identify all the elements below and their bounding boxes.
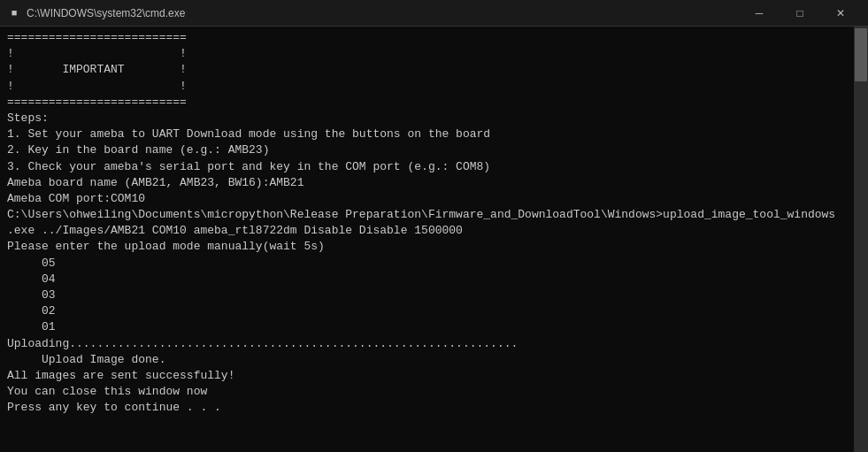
cmd-icon: ■ xyxy=(7,6,21,20)
maximize-button[interactable]: □ xyxy=(780,0,820,27)
window: ■ C:\WINDOWS\system32\cmd.exe ─ □ ✕ ====… xyxy=(0,0,868,452)
terminal-line: Please enter the upload mode manually(wa… xyxy=(7,239,847,255)
minimize-button[interactable]: ─ xyxy=(739,0,780,27)
terminal-content[interactable]: ==========================! !! IMPORTANT… xyxy=(0,27,854,452)
close-button[interactable]: ✕ xyxy=(820,0,861,27)
title-bar: ■ C:\WINDOWS\system32\cmd.exe ─ □ ✕ xyxy=(0,0,868,27)
terminal-wrapper: ==========================! !! IMPORTANT… xyxy=(0,27,868,452)
terminal-line: Steps: xyxy=(7,111,847,126)
terminal-line: All images are sent successfully! xyxy=(7,368,847,384)
terminal-line: ! ! xyxy=(7,79,847,95)
terminal-line: Press any key to continue . . . xyxy=(7,400,847,416)
terminal-line: 1. Set your ameba to UART Download mode … xyxy=(7,126,847,142)
title-bar-text: C:\WINDOWS\system32\cmd.exe xyxy=(27,7,739,19)
terminal-line: 01 xyxy=(7,319,847,335)
terminal-line: C:\Users\ohweiling\Documents\micropython… xyxy=(7,207,847,223)
terminal-line: .exe ../Images/AMB21 COM10 ameba_rtl8722… xyxy=(7,223,847,239)
terminal-line: 2. Key in the board name (e.g.: AMB23) xyxy=(7,142,847,158)
terminal-line: ========================== xyxy=(7,30,847,46)
terminal-line: 3. Check your ameba's serial port and ke… xyxy=(7,159,847,175)
window-controls: ─ □ ✕ xyxy=(739,0,861,27)
terminal-line: ! IMPORTANT ! xyxy=(7,62,847,78)
scrollbar-thumb[interactable] xyxy=(855,28,867,81)
terminal-line: Uploading...............................… xyxy=(7,336,847,352)
terminal-line: Upload Image done. xyxy=(7,352,847,368)
scrollbar[interactable] xyxy=(854,27,868,452)
terminal-line: ========================== xyxy=(7,95,847,111)
terminal-line: Ameba COM port:COM10 xyxy=(7,191,847,207)
terminal-line: 03 xyxy=(7,287,847,303)
terminal-line: You can close this window now xyxy=(7,384,847,400)
terminal-line: ! ! xyxy=(7,46,847,62)
terminal-line: 02 xyxy=(7,303,847,319)
terminal-line: 05 xyxy=(7,256,847,272)
terminal-line: 04 xyxy=(7,272,847,287)
terminal-line: Ameba board name (AMB21, AMB23, BW16):AM… xyxy=(7,175,847,191)
